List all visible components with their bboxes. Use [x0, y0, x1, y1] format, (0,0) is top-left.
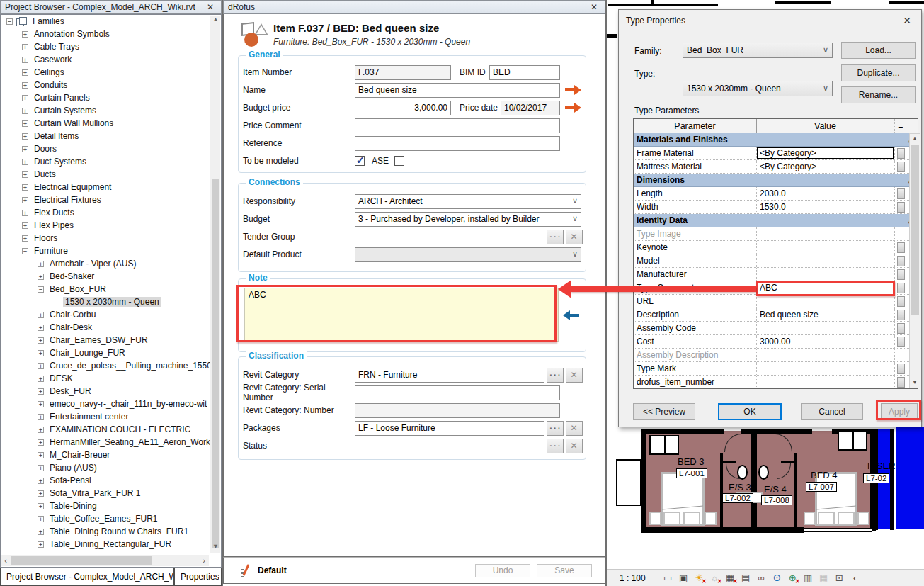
scroll-up-icon[interactable]: ▲ [910, 134, 920, 144]
expand-icon[interactable]: + [38, 261, 44, 267]
tree-item[interactable]: −Furniture [1, 244, 221, 257]
duplicate-button[interactable]: Duplicate... [841, 64, 916, 81]
parameter-value[interactable]: Bed queen size [757, 308, 894, 321]
tree-item[interactable]: +Floors [1, 232, 221, 244]
expand-icon[interactable]: + [22, 108, 28, 114]
expand-icon[interactable]: + [38, 337, 44, 344]
tree-item-label[interactable]: Piano (AUS) [47, 463, 99, 473]
associate-parameter-button[interactable] [897, 310, 905, 320]
tree-item-label[interactable]: Conduits [32, 80, 69, 90]
tree-item-label[interactable]: Armchair - Viper (AUS) [47, 259, 138, 269]
tree-item-label[interactable]: Desk_FUR [47, 386, 93, 396]
associate-parameter-button[interactable] [897, 242, 905, 253]
tree-item[interactable]: +Chair-Desk [1, 321, 221, 334]
parameter-group-row[interactable]: Materials and Finishes∧∧ [634, 133, 918, 147]
expand-icon[interactable]: + [22, 210, 28, 216]
item-number-field[interactable]: F.037 [355, 65, 451, 80]
drofus-close-icon[interactable]: ✕ [588, 2, 600, 12]
tree-item[interactable]: +Table_Dining Round w Chairs_FUR1 [1, 525, 221, 538]
reveal-hidden-elements-icon[interactable]: ∞ [755, 572, 768, 585]
packages-browse-button[interactable]: ▪ ▪ ▪ [547, 421, 564, 436]
status-browse-button[interactable]: ▪ ▪ ▪ [547, 439, 564, 453]
tree-item[interactable]: +Casework [1, 53, 221, 66]
dialog-close-icon[interactable]: ✕ [900, 15, 914, 26]
tree-item[interactable]: +Electrical Equipment [1, 181, 221, 193]
parameter-value[interactable] [757, 362, 894, 375]
bim-id-field[interactable]: BED [489, 65, 560, 80]
expand-icon[interactable]: + [38, 388, 44, 395]
show-crop-region-icon[interactable]: ▤ [739, 572, 753, 585]
detail-level-icon[interactable]: ▭ [661, 572, 675, 585]
associate-parameter-button[interactable] [897, 296, 905, 307]
tree-item-label[interactable]: Curtain Wall Mullions [32, 118, 115, 128]
expand-icon[interactable]: + [38, 376, 44, 382]
tree-item[interactable]: +Sofa-Pensi [1, 474, 221, 487]
tree-item[interactable]: +Doors [1, 142, 221, 155]
room-tag[interactable]: L7-008 [761, 495, 792, 505]
price-comment-field[interactable] [355, 118, 560, 133]
tree-item-label[interactable]: Bed_Box_FUR [47, 284, 108, 294]
tree-item[interactable]: +Duct Systems [1, 155, 221, 168]
tree-item[interactable]: +Electrical Fixtures [1, 193, 221, 206]
tree-item[interactable]: +HermanMiller_Seating_AE11_Aeron_Work [1, 436, 221, 449]
tree-item[interactable]: +Sofa_Vitra_Park_FUR 1 [1, 487, 221, 500]
expand-icon[interactable]: + [22, 69, 28, 76]
family-select[interactable]: Bed_Box_FUR∨ [683, 43, 833, 58]
tree-item[interactable]: −Families [1, 15, 221, 28]
tree-item-label[interactable]: Ceilings [32, 67, 67, 77]
parameter-value[interactable] [757, 268, 894, 281]
expand-icon[interactable]: + [38, 529, 44, 535]
displacement-sets-icon[interactable]: ▥ [802, 572, 815, 585]
tender-group-field[interactable] [355, 230, 544, 244]
tree-item[interactable]: +Ceilings [1, 66, 221, 79]
expand-icon[interactable]: + [22, 171, 28, 178]
reference-field[interactable] [355, 136, 560, 151]
tree-item[interactable]: +Curtain Panels [1, 91, 221, 104]
scrollbar-thumb[interactable] [11, 556, 152, 565]
tree-item-label[interactable]: Chair-Corbu [47, 310, 98, 320]
scroll-right-icon[interactable]: › [199, 556, 209, 565]
tender-group-browse-button[interactable]: ▪ ▪ ▪ [547, 230, 564, 244]
tree-item[interactable]: +Curtain Systems [1, 104, 221, 117]
parameter-value[interactable] [757, 227, 894, 240]
expand-icon[interactable]: + [38, 274, 44, 280]
expand-icon[interactable]: + [22, 235, 28, 242]
crop-view-icon[interactable]: ▦✕ [724, 572, 737, 585]
tree-item-label[interactable]: Floors [32, 233, 59, 243]
expand-icon[interactable]: + [38, 503, 44, 509]
tree-item[interactable]: +Annotation Symbols [1, 28, 221, 40]
expand-icon[interactable]: + [38, 439, 44, 446]
tree-item-label[interactable]: Curtain Panels [32, 93, 92, 103]
tree-item[interactable]: +Chair-Corbu [1, 308, 221, 321]
tree-item-label[interactable]: Table_Coffee_Eames_FUR1 [47, 514, 160, 524]
tree-horizontal-scrollbar[interactable]: ‹ › [1, 555, 209, 566]
expand-icon[interactable]: + [22, 197, 28, 203]
tree-item[interactable]: +Chair_Lounge_FUR [1, 346, 221, 359]
type-select[interactable]: 1530 x 2030mm - Queen∨ [683, 81, 833, 96]
expand-icon[interactable]: + [38, 490, 44, 497]
tree-item[interactable]: +DESK [1, 372, 221, 385]
tree-item[interactable]: +Desk_FUR [1, 385, 221, 398]
expand-icon[interactable]: + [38, 541, 44, 548]
tree-item[interactable]: +Armchair - Viper (AUS) [1, 257, 221, 270]
tree-item-label[interactable]: Sofa-Pensi [47, 475, 93, 485]
expand-icon[interactable]: + [22, 184, 28, 191]
revit-category-browse-button[interactable]: ▪ ▪ ▪ [547, 368, 564, 383]
expand-icon[interactable]: + [38, 478, 44, 484]
tab-project-browser[interactable]: Project Browser - Complex_Model_ARCH_Wi.… [0, 568, 174, 586]
expand-icon[interactable]: + [22, 120, 28, 127]
expand-icon[interactable]: + [22, 44, 28, 50]
collapse-icon[interactable]: − [22, 248, 28, 254]
tree-item[interactable]: +Flex Ducts [1, 206, 221, 219]
scrollbar-thumb[interactable] [212, 179, 219, 548]
room-tag[interactable]: L7-02 [863, 473, 889, 483]
scrollbar-thumb[interactable] [911, 145, 919, 315]
tender-group-clear-button[interactable]: ✕ [566, 230, 583, 244]
tree-item-label[interactable]: Curtain Systems [32, 106, 98, 115]
expand-icon[interactable]: + [22, 57, 28, 63]
tree-item-label[interactable]: Cable Trays [32, 42, 81, 52]
tree-item[interactable]: +Flex Pipes [1, 219, 221, 232]
status-clear-button[interactable]: ✕ [566, 439, 583, 453]
ok-button[interactable]: OK [718, 403, 782, 420]
serial-number-field[interactable] [355, 385, 560, 400]
